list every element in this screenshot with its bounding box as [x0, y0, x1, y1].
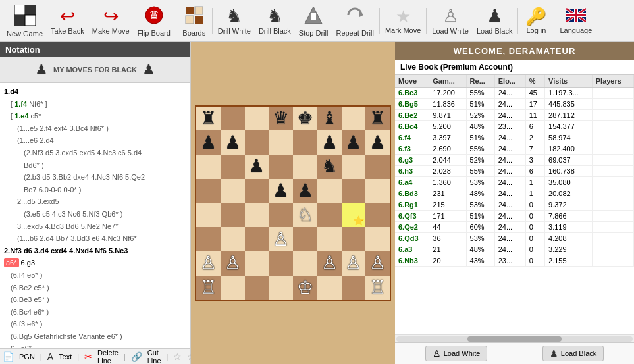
cut-line-icon[interactable]: 🔗: [131, 351, 142, 362]
chess-cell[interactable]: [269, 276, 293, 300]
footer-load-black-button[interactable]: ♟ Load Black: [542, 346, 604, 361]
chess-cell[interactable]: [317, 203, 342, 228]
flip-board-button[interactable]: ♛ Flip Board: [134, 1, 174, 41]
drill-black-button[interactable]: ♞ Drill Black: [255, 1, 295, 41]
log-in-button[interactable]: 🔑 Log in: [519, 1, 552, 41]
move-cell[interactable]: 6.Be3: [395, 88, 429, 99]
load-black-button[interactable]: ♟ Load Black: [473, 1, 516, 41]
notation-content[interactable]: 1.d4 [ 1.f4 Nf6* ] [ 1.e4 c5* (1...e5 2.…: [0, 83, 190, 348]
pgn-icon[interactable]: 📄: [3, 351, 14, 362]
repeat-drill-button[interactable]: Repeat Drill: [332, 1, 377, 41]
move-cell[interactable]: 6.Qf3: [395, 211, 429, 222]
chess-cell[interactable]: [245, 227, 269, 251]
chess-cell[interactable]: [221, 179, 245, 203]
new-game-button[interactable]: New Game: [3, 1, 47, 41]
move-cell[interactable]: 6.Bg5: [395, 99, 429, 110]
chess-cell[interactable]: ♟: [365, 130, 390, 155]
chess-cell[interactable]: ♟: [269, 179, 293, 203]
chess-cell[interactable]: [293, 251, 317, 276]
chess-cell[interactable]: ♟: [245, 155, 269, 179]
chess-cell[interactable]: [196, 179, 221, 203]
chess-cell[interactable]: ♚: [293, 107, 317, 131]
chess-cell[interactable]: ♟: [221, 130, 245, 155]
chess-cell[interactable]: ♙: [365, 251, 390, 276]
chess-cell[interactable]: ♖: [196, 276, 221, 300]
livebook-scroll[interactable]: Move Gam... Re... Elo... % Visits Player…: [395, 75, 634, 334]
chess-cell[interactable]: ♛: [269, 107, 293, 131]
chess-cell[interactable]: [221, 276, 245, 300]
mark-move-button[interactable]: ★ Mark Move: [381, 1, 425, 41]
move-cell[interactable]: 6.Qd3: [395, 233, 429, 244]
chess-cell[interactable]: ♞: [317, 155, 342, 179]
move-cell[interactable]: 6.Bd3: [395, 188, 429, 199]
footer-load-white-button[interactable]: ♙ Load White: [425, 346, 488, 361]
delete-line-icon[interactable]: ✂: [84, 351, 92, 362]
chess-cell[interactable]: [293, 130, 317, 155]
drill-white-button[interactable]: ♞ Drill White: [214, 1, 255, 41]
move-cell[interactable]: 6.f3: [395, 143, 429, 155]
boards-button[interactable]: Boards: [178, 1, 211, 41]
chess-cell[interactable]: [342, 155, 366, 179]
chess-cell[interactable]: ♟: [196, 130, 221, 155]
move-cell[interactable]: 6.g3: [395, 155, 429, 166]
move-cell[interactable]: 6.Nb3: [395, 255, 429, 267]
chess-cell[interactable]: ♜: [365, 107, 390, 131]
chess-cell[interactable]: [245, 130, 269, 155]
chess-cell[interactable]: [293, 155, 317, 179]
move-cell[interactable]: 6.Be2: [395, 110, 429, 121]
chess-cell[interactable]: [245, 251, 269, 276]
chess-cell[interactable]: ♜: [196, 107, 221, 131]
chess-cell[interactable]: ♟: [317, 130, 342, 155]
chess-cell[interactable]: [365, 203, 390, 228]
chess-cell[interactable]: [342, 179, 366, 203]
chess-cell[interactable]: [245, 203, 269, 228]
text-icon[interactable]: A: [47, 351, 53, 362]
chess-cell[interactable]: [196, 227, 221, 251]
chess-cell[interactable]: [342, 107, 366, 131]
chess-cell[interactable]: [317, 227, 342, 251]
chess-cell[interactable]: ♙: [196, 251, 221, 276]
chess-cell[interactable]: ♘: [293, 203, 317, 228]
chess-cell[interactable]: [342, 227, 366, 251]
move-cell[interactable]: 6.Bc4: [395, 121, 429, 132]
chess-cell[interactable]: [342, 276, 366, 300]
make-move-button[interactable]: ↪ Make Move: [88, 1, 134, 41]
chess-cell[interactable]: [317, 276, 342, 300]
chess-cell[interactable]: [293, 227, 317, 251]
chess-cell[interactable]: [221, 107, 245, 131]
move-cell[interactable]: 6.Rg1: [395, 199, 429, 211]
move-cell[interactable]: 6.a4: [395, 177, 429, 188]
chess-cell[interactable]: ⭐: [342, 203, 366, 228]
chess-cell[interactable]: [221, 227, 245, 251]
chess-cell[interactable]: ♙: [317, 251, 342, 276]
chess-cell[interactable]: [196, 203, 221, 228]
language-button[interactable]: Language: [556, 1, 596, 41]
chess-cell[interactable]: [269, 130, 293, 155]
chess-cell[interactable]: [365, 227, 390, 251]
chess-cell[interactable]: ♙: [221, 251, 245, 276]
move-cell[interactable]: 6.Qe2: [395, 222, 429, 233]
load-white-button[interactable]: ♙ Load White: [428, 1, 473, 41]
chess-cell[interactable]: [269, 203, 293, 228]
chess-cell[interactable]: ♟: [293, 179, 317, 203]
chess-cell[interactable]: ♔: [293, 276, 317, 300]
move-cell[interactable]: 6.h3: [395, 166, 429, 177]
chess-cell[interactable]: [245, 276, 269, 300]
star-icon[interactable]: ☆: [173, 351, 182, 362]
chess-cell[interactable]: [269, 251, 293, 276]
chess-cell[interactable]: [317, 179, 342, 203]
chess-cell[interactable]: [365, 155, 390, 179]
chess-cell[interactable]: [269, 155, 293, 179]
chess-cell[interactable]: ♙: [269, 227, 293, 251]
take-back-button[interactable]: ↩ Take Back: [47, 1, 88, 41]
chess-cell[interactable]: [221, 203, 245, 228]
stop-drill-button[interactable]: Stop Drill: [295, 1, 332, 41]
chess-cell[interactable]: [245, 179, 269, 203]
horizontal-scrollbar[interactable]: [395, 334, 634, 342]
chess-cell[interactable]: ♝: [317, 107, 342, 131]
chess-cell[interactable]: ♟: [342, 130, 366, 155]
chess-cell[interactable]: [245, 107, 269, 131]
chess-cell[interactable]: ♖: [365, 276, 390, 300]
move-cell[interactable]: 6.f4: [395, 132, 429, 143]
chess-cell[interactable]: [221, 155, 245, 179]
